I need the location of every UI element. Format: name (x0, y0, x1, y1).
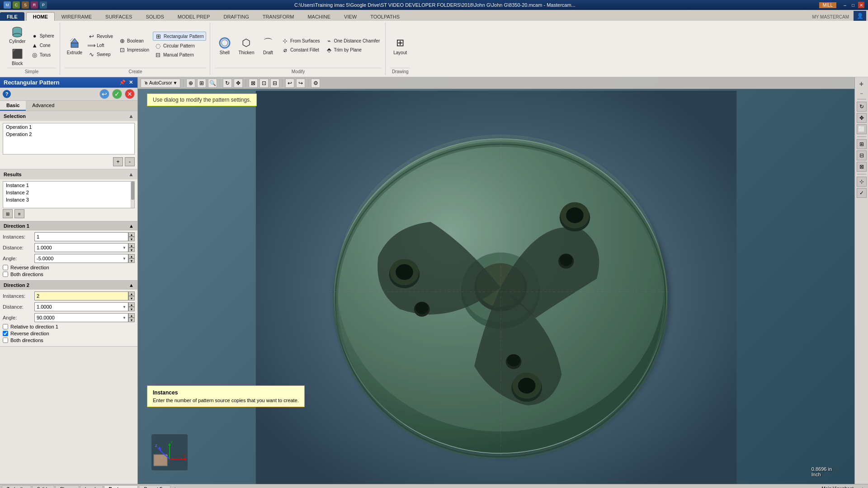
rs-view1-btn[interactable]: ⊞ (857, 139, 867, 149)
result-item-1[interactable]: Instance 1 (3, 182, 134, 189)
tab-model-prep[interactable]: MODEL PREP (171, 12, 217, 21)
vp-select-btn[interactable]: ⊞ (197, 79, 206, 88)
title-controls[interactable]: – □ ✕ (842, 2, 864, 8)
rs-view2-btn[interactable]: ⊟ (857, 150, 867, 160)
help-button[interactable]: ? (3, 90, 11, 98)
autocursor-dropdown[interactable]: ▼ (173, 80, 178, 85)
vp-view-btn-1[interactable]: ⊠ (249, 79, 258, 88)
ribbon-btn-layout[interactable]: ⊞ Layout (390, 35, 410, 56)
rs-pan-btn[interactable]: ✥ (857, 113, 867, 123)
ribbon-btn-const-fillet[interactable]: ⌀ Constant Fillet (280, 46, 322, 54)
bottom-tab-levels[interactable]: Levels (80, 485, 103, 488)
distance2-up[interactable]: ▲ (128, 302, 135, 307)
selection-add-btn[interactable]: + (113, 157, 123, 166)
distance1-up[interactable]: ▲ (128, 243, 135, 248)
bottom-tab-planes[interactable]: Planes (55, 485, 79, 488)
ribbon-btn-boolean[interactable]: ⊕ Boolean (117, 37, 151, 45)
instances1-down[interactable]: ▼ (128, 237, 135, 241)
angle2-up[interactable]: ▲ (128, 313, 135, 318)
my-mastercam[interactable]: MY MASTERCAM (808, 13, 854, 21)
tab-home[interactable]: HOME (26, 12, 55, 21)
panel-pin[interactable]: 📌 (119, 80, 126, 86)
tab-wireframe[interactable]: WIREFRAME (55, 12, 99, 21)
tab-toolpaths[interactable]: TOOLPATHS (363, 12, 406, 21)
angle1-up[interactable]: ▲ (128, 254, 135, 258)
ribbon-btn-manual-pattern[interactable]: ⊟ Manual Pattern (153, 51, 206, 59)
direction2-collapse[interactable]: ▲ (129, 282, 134, 288)
vp-zoom-btn[interactable]: 🔍 (208, 79, 217, 88)
panel-tab-advanced[interactable]: Advanced (26, 101, 61, 111)
instances2-down[interactable]: ▼ (128, 296, 135, 300)
zoom-out-btn[interactable]: − (860, 90, 863, 97)
viewport[interactable]: 🖱 AutoCursor ▼ ⊕ ⊞ 🔍 ↻ ✥ ⊠ ⊡ ⊟ ↩ ↪ ⚙ (138, 77, 854, 484)
bottom-tab-solids[interactable]: Solids (32, 485, 54, 488)
ribbon-btn-draft[interactable]: ⌒ Draft (258, 35, 278, 56)
reverse-dir1-checkbox[interactable] (3, 265, 8, 270)
ribbon-btn-extrude[interactable]: Extrude (65, 35, 85, 56)
reverse-dir2-checkbox[interactable] (3, 331, 8, 336)
results-list-btn[interactable]: ≡ (14, 209, 24, 218)
angle1-dropdown[interactable]: -5.0000 ▼ (34, 254, 128, 263)
zoom-in-btn[interactable]: + (857, 79, 867, 89)
viewsheet-add[interactable]: + (859, 485, 866, 488)
ribbon-btn-from-surfaces[interactable]: ⊹ From Surfaces (280, 37, 322, 45)
tab-machine[interactable]: MACHINE (301, 12, 337, 21)
vp-pan-btn[interactable]: ✥ (234, 79, 243, 88)
bottom-tab-add[interactable]: + (171, 485, 179, 488)
ribbon-btn-loft[interactable]: ⟹ Loft (86, 41, 115, 49)
maximize-btn[interactable]: □ (850, 2, 856, 8)
vp-snap-btn[interactable]: ⊕ (186, 79, 195, 88)
tab-view[interactable]: VIEW (337, 12, 363, 21)
ribbon-btn-circ-pattern[interactable]: ◌ Circular Pattern (153, 42, 206, 50)
ribbon-btn-impression[interactable]: ⊡ Impression (117, 46, 151, 54)
instances1-input[interactable] (34, 232, 128, 241)
instances2-input[interactable] (34, 291, 128, 300)
distance2-dropdown[interactable]: 1.0000 ▼ (34, 302, 128, 311)
panel-ok-btn[interactable]: ✓ (112, 89, 122, 99)
panel-tab-basic[interactable]: Basic (0, 101, 26, 111)
instances1-up[interactable]: ▲ (128, 232, 135, 237)
account-icon[interactable]: 👤 (854, 11, 866, 21)
ribbon-btn-one-dist-chamfer[interactable]: ⌁ One Distance Chamfer (324, 37, 382, 45)
selection-item-op1[interactable]: Operation 1 (3, 123, 134, 131)
results-grid-btn[interactable]: ⊞ (3, 209, 13, 218)
both-dir1-checkbox[interactable] (3, 272, 8, 277)
bottom-tab-toolpaths[interactable]: Toolpaths (2, 485, 31, 488)
panel-cancel-btn[interactable]: ✕ (125, 89, 135, 99)
direction1-collapse[interactable]: ▲ (129, 223, 134, 229)
angle2-down[interactable]: ▼ (128, 318, 135, 322)
distance1-down[interactable]: ▼ (128, 248, 135, 252)
rs-rotate-btn[interactable]: ↻ (857, 102, 867, 112)
panel-back-btn[interactable]: ↩ (99, 89, 109, 99)
ribbon-btn-sweep[interactable]: ∿ Sweep (86, 50, 115, 58)
vp-settings-btn[interactable]: ⚙ (311, 79, 320, 88)
vp-autocursor-btn[interactable]: 🖱 AutoCursor ▼ (141, 79, 180, 88)
distance2-down[interactable]: ▼ (128, 307, 135, 311)
instances2-up[interactable]: ▲ (128, 291, 135, 296)
panel-close[interactable]: ✕ (127, 80, 134, 86)
angle1-down[interactable]: ▼ (128, 258, 135, 263)
main-viewsheet-tab[interactable]: Main Viewsheet (817, 485, 858, 488)
ribbon-btn-revolve[interactable]: ↩ Revolve (86, 32, 115, 40)
panel-controls[interactable]: 📌 ✕ (119, 80, 134, 86)
tab-transform[interactable]: TRANSFORM (256, 12, 301, 21)
bottom-tab-recent[interactable]: Recent F... (139, 485, 170, 488)
section-selection-collapse[interactable]: ▲ (128, 113, 134, 119)
ribbon-btn-rect-pattern[interactable]: ⊞ Rectangular Pattern (153, 32, 206, 41)
both-dir2-checkbox[interactable] (3, 338, 8, 343)
tab-solids[interactable]: SOLIDS (139, 12, 170, 21)
section-results-header[interactable]: Results ▲ (0, 169, 137, 179)
rs-analyze-btn[interactable]: ⊹ (857, 177, 867, 187)
vp-view-btn-3[interactable]: ⊟ (270, 79, 279, 88)
direction2-header[interactable]: Direction 2 ▲ (0, 281, 137, 290)
ribbon-btn-torus[interactable]: ◎ Torus (29, 51, 56, 59)
tab-drafting[interactable]: DRAFTING (217, 12, 255, 21)
ribbon-btn-block[interactable]: ⬛ Block (7, 46, 28, 67)
ribbon-btn-cylinder[interactable]: Cylinder (7, 23, 28, 45)
minimize-btn[interactable]: – (842, 2, 848, 8)
tab-file[interactable]: FILE (0, 12, 24, 21)
distance1-dropdown[interactable]: 1.0000 ▼ (34, 243, 128, 252)
ribbon-btn-trim-by-plane[interactable]: ⬘ Trim by Plane (324, 46, 382, 54)
result-item-2[interactable]: Instance 2 (3, 189, 134, 196)
direction1-header[interactable]: Direction 1 ▲ (0, 221, 137, 230)
